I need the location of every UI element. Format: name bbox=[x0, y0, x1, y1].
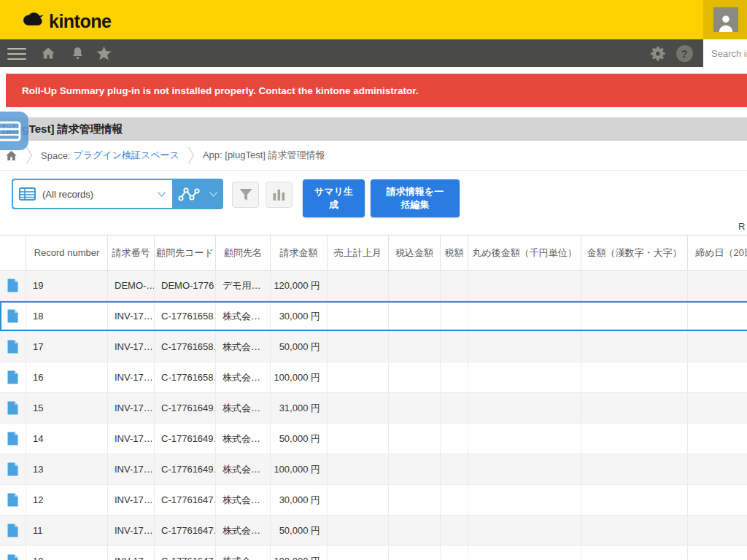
cell-tax-included bbox=[389, 454, 441, 484]
notifications-bell-icon[interactable] bbox=[69, 39, 86, 67]
chart-button[interactable] bbox=[266, 182, 293, 208]
breadcrumb: Space: プラグイン検証スペース App: [plugTest] 請求管理情… bbox=[0, 141, 747, 171]
cell-client-name: 株式会… bbox=[216, 424, 271, 454]
table-row[interactable]: 13 INV-17… C-17761649… 株式会… 100,000 円 bbox=[0, 454, 747, 485]
graph-view-dropdown[interactable] bbox=[172, 179, 223, 209]
cell-invoice-amount: 50,000 円 bbox=[271, 516, 328, 545]
cell-client-name: デモ用… bbox=[216, 271, 271, 300]
plugin-error-banner: Roll-Up Summary plug-in is not installed… bbox=[6, 74, 747, 107]
cell-tax-included bbox=[389, 393, 441, 423]
cell-client-code: C-17761658… bbox=[155, 362, 216, 392]
global-toolbar: ? bbox=[0, 39, 747, 67]
cell-tax-included bbox=[389, 424, 441, 454]
record-table: Record number請求番号顧問先コード顧問先名請求金額売上計上月税込金額… bbox=[0, 235, 747, 560]
record-document-icon bbox=[7, 309, 18, 323]
header-cell: 請求金額 bbox=[271, 236, 328, 270]
help-icon[interactable]: ? bbox=[676, 39, 693, 67]
table-row[interactable]: 16 INV-17… C-17761658… 株式会… 100,000 円 bbox=[0, 362, 747, 393]
cell-invoice-number: INV-17… bbox=[108, 393, 155, 423]
record-cell-icon[interactable] bbox=[0, 516, 26, 545]
bar-chart-icon bbox=[272, 188, 286, 201]
record-cell-icon[interactable] bbox=[0, 546, 26, 560]
cell-invoice-number: INV-17… bbox=[108, 424, 155, 454]
record-cell-icon[interactable] bbox=[0, 454, 26, 484]
table-row[interactable]: 17 INV-17… C-17761658… 株式会… 50,000 円 bbox=[0, 332, 747, 362]
breadcrumb-chevron-icon bbox=[187, 146, 195, 165]
table-row[interactable]: 11 INV-17… C-17761647… 株式会… 50,000 円 bbox=[0, 516, 747, 546]
table-row[interactable]: 14 INV-17… C-17761649… 株式会… 50,000 円 bbox=[0, 424, 747, 454]
header-cell: 顧問先名 bbox=[216, 236, 271, 270]
line-graph-icon bbox=[177, 186, 200, 203]
cell-tax-included bbox=[389, 362, 441, 392]
cell-sales-month bbox=[328, 271, 389, 300]
app-icon[interactable] bbox=[0, 112, 28, 150]
cell-client-code: DEMO-1776… bbox=[155, 271, 216, 300]
cell-record-number: 17 bbox=[26, 332, 108, 362]
breadcrumb-home-icon[interactable] bbox=[5, 149, 18, 162]
header-cell: 顧問先コード bbox=[155, 236, 216, 270]
summary-generate-button[interactable]: サマリ生成 bbox=[303, 179, 365, 217]
cell-rounded-amount bbox=[468, 332, 581, 362]
question-mark-icon: ? bbox=[676, 45, 693, 62]
menu-icon[interactable] bbox=[7, 48, 26, 63]
cell-tax bbox=[441, 271, 468, 300]
space-link[interactable]: プラグイン検証スペース bbox=[73, 149, 179, 162]
chevron-down-icon bbox=[209, 191, 218, 198]
bulk-edit-button[interactable]: 請求情報を一括編集 bbox=[371, 179, 460, 217]
table-row[interactable]: 19 DEMO-… DEMO-1776… デモ用… 120,000 円 bbox=[0, 271, 747, 301]
cell-tax-included bbox=[389, 485, 441, 515]
record-document-icon bbox=[7, 432, 18, 446]
record-cell-icon[interactable] bbox=[0, 393, 26, 423]
cell-invoice-amount: 30,000 円 bbox=[271, 485, 328, 515]
record-cell-icon[interactable] bbox=[0, 301, 26, 331]
home-icon[interactable] bbox=[39, 39, 57, 67]
cell-client-name: 株式会… bbox=[216, 546, 271, 560]
header-cell: 売上計上月 bbox=[328, 236, 389, 270]
table-row[interactable]: 18 INV-17… C-17761658… 株式会… 30,000 円 bbox=[0, 301, 747, 332]
favorites-star-icon[interactable] bbox=[95, 39, 112, 67]
view-name: (All records) bbox=[42, 189, 150, 200]
cell-rounded-amount bbox=[468, 393, 581, 423]
user-avatar[interactable] bbox=[713, 7, 738, 32]
cell-sales-month bbox=[328, 546, 389, 560]
cell-record-number: 19 bbox=[26, 271, 108, 300]
funnel-icon bbox=[238, 187, 254, 202]
cell-record-number: 10 bbox=[26, 546, 108, 560]
breadcrumb-chevron-icon bbox=[26, 146, 33, 165]
cell-kanji-amount bbox=[581, 516, 688, 545]
record-cell-icon[interactable] bbox=[0, 362, 26, 392]
cell-tax-included bbox=[389, 516, 441, 545]
cell-sales-month bbox=[328, 454, 389, 484]
kintone-logo[interactable]: kintone bbox=[19, 9, 111, 33]
settings-gear-icon[interactable] bbox=[649, 39, 667, 67]
table-row[interactable]: 10 INV-17… C-17761647… 株式会… 100,000 円 bbox=[0, 546, 747, 560]
header-cell: 請求番号 bbox=[108, 236, 155, 270]
record-cell-icon[interactable] bbox=[0, 485, 26, 515]
record-cell-icon[interactable] bbox=[0, 271, 26, 300]
header-cell: 締め日（20日 bbox=[688, 236, 747, 270]
cell-client-name: 株式会… bbox=[216, 393, 271, 423]
cell-client-name: 株式会… bbox=[216, 332, 271, 362]
filter-button[interactable] bbox=[232, 182, 259, 208]
table-row[interactable]: 15 INV-17… C-17761649… 株式会… 31,000 円 bbox=[0, 393, 747, 424]
cell-tax-included bbox=[389, 546, 441, 560]
cell-kanji-amount bbox=[581, 271, 688, 300]
view-dropdown[interactable]: (All records) bbox=[13, 180, 172, 208]
cell-invoice-number: INV-17… bbox=[108, 332, 155, 362]
cell-client-code: C-17761647… bbox=[155, 485, 216, 515]
header-cell: 金額（漢数字・大字） bbox=[581, 236, 688, 270]
cell-sales-month bbox=[328, 301, 389, 331]
cell-invoice-number: INV-17… bbox=[108, 516, 155, 545]
cell-kanji-amount bbox=[581, 362, 688, 392]
table-row[interactable]: 12 INV-17… C-17761647… 株式会… 30,000 円 bbox=[0, 485, 747, 516]
record-cell-icon[interactable] bbox=[0, 424, 26, 454]
global-search-input[interactable]: Search in bbox=[703, 39, 747, 67]
cell-closing-day bbox=[688, 301, 747, 331]
table-view-icon bbox=[19, 187, 36, 201]
space-label: Space: bbox=[41, 150, 70, 161]
cell-closing-day bbox=[688, 454, 747, 484]
cell-record-number: 14 bbox=[26, 424, 108, 454]
record-cell-icon[interactable] bbox=[0, 332, 26, 362]
cell-tax bbox=[441, 516, 468, 545]
cell-closing-day bbox=[688, 546, 747, 560]
